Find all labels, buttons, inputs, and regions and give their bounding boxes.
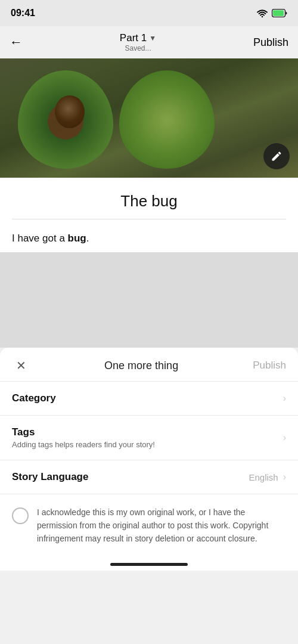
pencil-icon <box>271 150 283 162</box>
tags-sublabel: Adding tags helps readers find your stor… <box>12 440 155 449</box>
edit-cover-button[interactable] <box>263 143 290 169</box>
category-right: › <box>283 393 286 404</box>
language-label-container: Story Language <box>12 471 88 483</box>
story-title: The bug <box>12 192 286 210</box>
story-body-bold: bug <box>68 233 86 244</box>
back-button[interactable]: ← <box>10 35 23 50</box>
home-indicator <box>0 557 298 571</box>
status-icons <box>256 9 287 18</box>
tags-label: Tags <box>12 426 155 438</box>
story-body-prefix: I have got a <box>12 233 68 244</box>
category-chevron: › <box>283 393 286 404</box>
sheet-publish-button[interactable]: Publish <box>253 360 286 371</box>
language-chevron: › <box>283 472 286 482</box>
sheet-close-button[interactable]: ✕ <box>12 358 30 373</box>
nav-title-row: Part 1 ▼ <box>120 32 156 44</box>
nav-dropdown-icon[interactable]: ▼ <box>149 34 156 42</box>
story-body-suffix: . <box>86 233 89 244</box>
svg-rect-1 <box>273 10 284 16</box>
top-nav: ← Part 1 ▼ Saved... Publish <box>0 26 298 58</box>
status-bar: 09:41 <box>0 0 298 26</box>
battery-icon <box>272 9 287 17</box>
sheet-title: One more thing <box>104 360 178 372</box>
language-row[interactable]: Story Language English › <box>0 460 298 494</box>
wifi-icon <box>256 9 268 18</box>
acknowledgment-text: I acknowledge this is my own original wo… <box>37 506 286 545</box>
home-bar <box>110 563 188 566</box>
category-row[interactable]: Category › <box>0 382 298 416</box>
tags-right: › <box>283 432 286 443</box>
bottom-sheet: ✕ One more thing Publish Category › Tags… <box>0 348 298 571</box>
sheet-header: ✕ One more thing Publish <box>0 348 298 382</box>
content-overlay <box>0 252 298 348</box>
language-value: English <box>249 472 278 482</box>
category-label-container: Category <box>12 392 56 404</box>
nav-center: Part 1 ▼ Saved... <box>120 32 156 52</box>
tags-row[interactable]: Tags Adding tags helps readers find your… <box>0 416 298 460</box>
nav-subtitle: Saved... <box>125 44 151 52</box>
story-body: I have got a bug. <box>12 230 286 246</box>
tags-label-container: Tags Adding tags helps readers find your… <box>12 426 155 449</box>
status-time: 09:41 <box>11 8 35 18</box>
language-right: English › <box>249 472 286 482</box>
language-label: Story Language <box>12 471 88 483</box>
category-label: Category <box>12 392 56 404</box>
acknowledgment-checkbox[interactable] <box>12 507 29 524</box>
nav-publish-button[interactable]: Publish <box>253 36 288 49</box>
avocado-pit <box>55 95 85 128</box>
nav-title: Part 1 <box>120 32 147 44</box>
cover-image <box>0 58 298 178</box>
story-content: The bug I have got a bug. <box>0 178 298 252</box>
story-divider <box>12 219 286 219</box>
tags-chevron: › <box>283 432 286 443</box>
acknowledgment-row: I acknowledge this is my own original wo… <box>0 494 298 557</box>
